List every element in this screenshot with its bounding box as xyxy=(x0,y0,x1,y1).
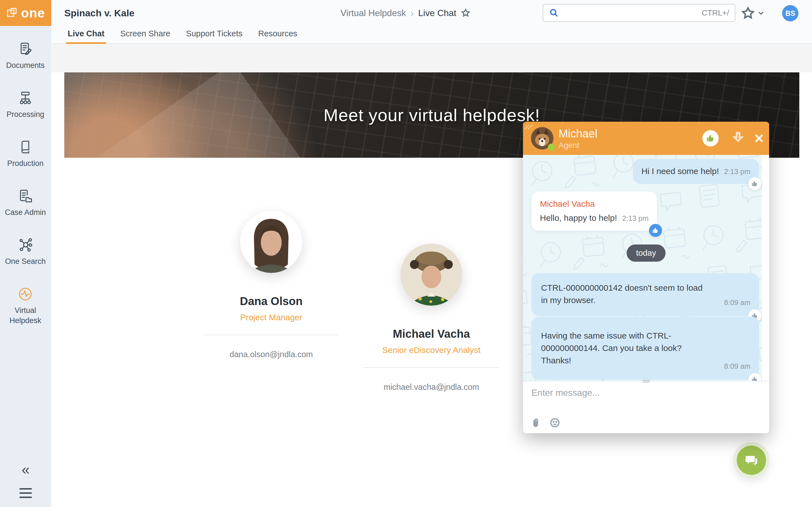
breadcrumb-separator: › xyxy=(410,8,414,18)
sidebar-item-documents[interactable]: Documents xyxy=(0,42,51,70)
sidebar-footer: « xyxy=(0,462,51,500)
chat-scrollbar-track[interactable] xyxy=(762,155,769,381)
breadcrumb-current[interactable]: Live Chat xyxy=(418,8,456,18)
message-time: 8:09 am xyxy=(724,296,751,309)
divider xyxy=(364,367,499,368)
chat-header: Michael Agent xyxy=(523,122,769,155)
chat-input-area: Enter message... xyxy=(523,381,769,433)
search-icon xyxy=(549,8,559,18)
close-chat-button[interactable] xyxy=(753,132,765,145)
menu-icon[interactable] xyxy=(18,487,34,500)
member-title: Senior eDiscovery Analyst xyxy=(382,345,481,355)
tab-live-chat[interactable]: Live Chat xyxy=(68,29,105,43)
message-time: 2:13 pm xyxy=(724,167,751,176)
chat-bubbles-icon xyxy=(744,453,759,467)
book-icon xyxy=(18,140,33,154)
sidebar-item-label: Virtual Helpdesk xyxy=(0,305,51,326)
member-email[interactable]: dana.olson@jndla.com xyxy=(230,350,313,359)
sidebar-item-virtual-helpdesk[interactable]: Virtual Helpdesk xyxy=(0,287,51,326)
input-resize-handle[interactable] xyxy=(642,378,651,385)
member-name: Dana Olson xyxy=(240,295,303,307)
tab-resources[interactable]: Resources xyxy=(258,29,297,43)
case-title: Spinach v. Kale xyxy=(64,0,135,26)
emoji-icon[interactable] xyxy=(550,417,560,428)
brand-logo[interactable]: one xyxy=(0,0,51,26)
search-input[interactable] xyxy=(559,5,702,21)
tab-support-tickets[interactable]: Support Tickets xyxy=(186,29,243,43)
tab-bar: Live Chat Screen Share Support Tickets R… xyxy=(51,26,812,44)
user-avatar[interactable]: BS xyxy=(782,5,799,21)
sidebar-item-production[interactable]: Production xyxy=(0,140,51,168)
chevron-down-icon[interactable] xyxy=(757,9,765,17)
agent-name: Michael xyxy=(559,127,598,140)
chat-message-incoming: Michael Vacha Hello, happy to help!2:13 … xyxy=(531,191,657,231)
team-member-michael: Michael Vacha Senior eDiscovery Analyst … xyxy=(364,194,499,392)
reaction-thumb-badge[interactable] xyxy=(748,177,761,190)
thumbs-up-icon xyxy=(751,376,758,381)
chat-message-outgoing: Having the same issue with CTRL-00000000… xyxy=(531,317,759,380)
hero-title: Meet your virtual helpdesk! xyxy=(324,105,540,125)
sidebar-item-label: One Search xyxy=(5,256,46,267)
favorites-star-icon[interactable] xyxy=(742,6,755,19)
message-text: Having the same issue with CTRL-00000000… xyxy=(541,331,682,365)
member-email[interactable]: michael.vacha@jndla.com xyxy=(384,383,479,392)
member-title: Project Manager xyxy=(240,313,302,322)
team-member-dana: Dana Olson Project Manager dana.olson@jn… xyxy=(204,162,339,359)
agent-role: Agent xyxy=(559,141,579,150)
message-text: Hello, happy to help! xyxy=(540,213,617,223)
message-sender: Michael Vacha xyxy=(540,198,649,210)
download-transcript-button[interactable] xyxy=(732,131,745,145)
message-time: 8:09 am xyxy=(724,360,751,372)
top-bar: Spinach v. Kale Virtual Helpdesk › Live … xyxy=(51,0,812,26)
tab-screen-share[interactable]: Screen Share xyxy=(120,29,170,43)
document-edit-icon xyxy=(18,42,33,56)
workflow-icon xyxy=(18,91,33,105)
chat-message-list: Hi I need some help!2:13 pm Michael Vach… xyxy=(523,155,769,381)
sidebar-item-one-search[interactable]: One Search xyxy=(0,238,51,267)
message-time: 2:13 pm xyxy=(622,214,649,223)
sidebar-item-label: Case Admin xyxy=(5,207,46,217)
network-icon xyxy=(18,238,33,252)
breadcrumb-parent[interactable]: Virtual Helpdesk xyxy=(341,8,406,18)
document-folder-icon xyxy=(18,189,33,203)
favorites-menu xyxy=(742,0,765,26)
one-logo-icon xyxy=(6,7,19,19)
member-name: Michael Vacha xyxy=(393,328,470,340)
sidebar-item-label: Processing xyxy=(6,109,44,119)
app-root: one Documents Processing Production xyxy=(0,0,812,507)
michael-avatar xyxy=(400,244,462,305)
message-text: Hi I need some help! xyxy=(642,166,719,176)
search-shortcut-hint: CTRL+/ xyxy=(702,8,729,17)
resize-handle[interactable] xyxy=(526,124,535,131)
thumbs-up-icon xyxy=(652,227,659,234)
attachment-icon[interactable] xyxy=(530,417,541,428)
chat-message-outgoing: CTRL-000000000142 doesn't seem to load i… xyxy=(531,273,759,316)
dana-avatar xyxy=(240,211,302,273)
message-text: CTRL-000000000142 doesn't seem to load i… xyxy=(541,283,703,305)
input-toolbar xyxy=(530,417,560,428)
open-chat-fab[interactable] xyxy=(733,442,769,478)
sidebar-item-case-admin[interactable]: Case Admin xyxy=(0,189,51,217)
sidebar-item-label: Documents xyxy=(6,60,45,70)
thumbs-up-icon xyxy=(706,133,715,143)
breadcrumb: Virtual Helpdesk › Live Chat xyxy=(341,0,470,26)
sidebar-item-label: Production xyxy=(7,158,43,168)
global-search: CTRL+/ xyxy=(543,4,735,22)
divider xyxy=(204,335,339,335)
sidebar-item-processing[interactable]: Processing xyxy=(0,91,51,119)
sidebar-nav: Documents Processing Production Case Adm… xyxy=(0,26,51,346)
collapse-sidebar-button[interactable]: « xyxy=(22,462,30,477)
online-status-dot xyxy=(548,144,555,151)
message-input[interactable]: Enter message... xyxy=(531,388,600,398)
chat-widget: Michael Agent xyxy=(523,122,769,433)
chat-message-outgoing: Hi I need some help!2:13 pm xyxy=(633,159,759,184)
fab-inner-circle xyxy=(737,446,766,475)
sidebar: one Documents Processing Production xyxy=(0,0,51,507)
thumbs-up-icon xyxy=(751,180,758,187)
favorite-star-icon[interactable] xyxy=(461,8,470,18)
download-icon xyxy=(732,131,745,144)
close-icon xyxy=(753,132,765,144)
rate-chat-button[interactable] xyxy=(702,130,719,147)
day-divider: today xyxy=(626,244,666,262)
content-spacer xyxy=(51,44,812,72)
